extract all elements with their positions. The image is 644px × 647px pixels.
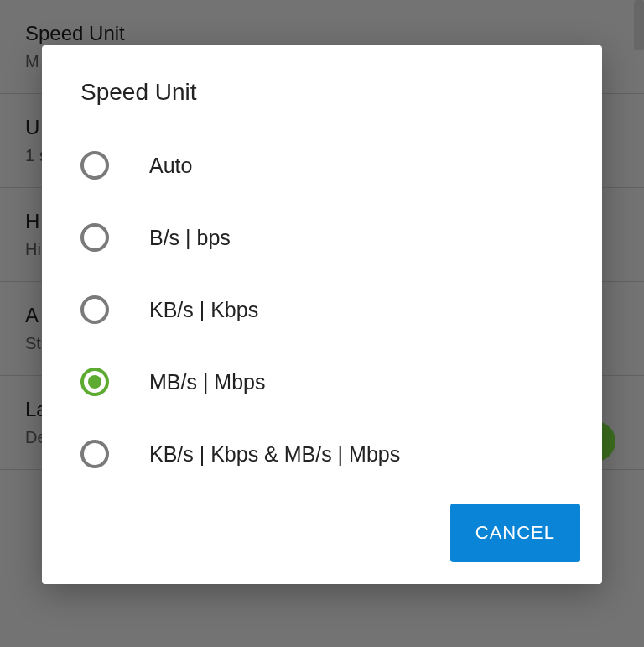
option-auto[interactable]: Auto bbox=[42, 129, 602, 201]
option-bps[interactable]: B/s | bps bbox=[42, 201, 602, 274]
radio-group: Auto B/s | bps KB/s | Kbps MB/s | Mbps K… bbox=[42, 121, 602, 490]
option-kbps[interactable]: KB/s | Kbps bbox=[42, 274, 602, 346]
option-label: KB/s | Kbps & MB/s | Mbps bbox=[149, 442, 400, 467]
speed-unit-dialog: Speed Unit Auto B/s | bps KB/s | Kbps MB… bbox=[42, 45, 602, 584]
radio-icon-selected bbox=[80, 368, 109, 396]
radio-icon bbox=[80, 440, 109, 468]
radio-icon bbox=[80, 223, 109, 252]
dialog-title: Speed Unit bbox=[42, 79, 602, 121]
option-label: Auto bbox=[149, 154, 192, 178]
radio-icon bbox=[80, 295, 109, 324]
option-mbps[interactable]: MB/s | Mbps bbox=[42, 346, 602, 418]
option-label: B/s | bps bbox=[149, 226, 231, 250]
option-label: MB/s | Mbps bbox=[149, 370, 265, 394]
cancel-button[interactable]: CANCEL bbox=[450, 504, 580, 562]
radio-icon bbox=[80, 151, 109, 180]
option-label: KB/s | Kbps bbox=[149, 298, 258, 322]
dialog-actions: CANCEL bbox=[42, 490, 602, 562]
option-kbps-mbps[interactable]: KB/s | Kbps & MB/s | Mbps bbox=[42, 418, 602, 490]
